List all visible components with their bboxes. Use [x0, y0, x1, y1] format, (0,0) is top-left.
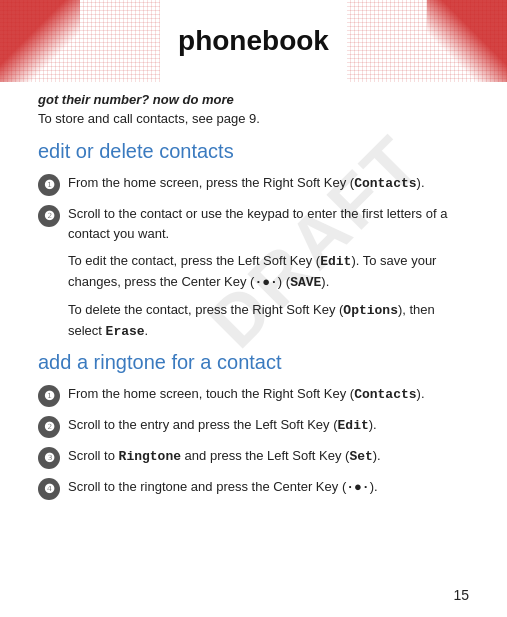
main-content: got their number? now do more To store a…: [0, 82, 507, 518]
section2-step4-text: Scroll to the ringtone and press the Cen…: [68, 477, 469, 498]
section2: add a ringtone for a contact ❶ From the …: [38, 351, 469, 500]
step-number-1: ❶: [38, 174, 60, 196]
tagline: got their number? now do more: [38, 92, 469, 107]
page-number: 15: [453, 587, 469, 603]
section1-sub1: To edit the contact, press the Left Soft…: [68, 251, 469, 292]
section1-step1-text: From the home screen, press the Right So…: [68, 173, 469, 194]
intro-text: To store and call contacts, see page 9.: [38, 111, 469, 126]
section2-step2-text: Scroll to the entry and press the Left S…: [68, 415, 469, 436]
step2-number-1: ❶: [38, 385, 60, 407]
page-header: phonebook: [0, 0, 507, 82]
section2-step3: ❸ Scroll to Ringtone and press the Left …: [38, 446, 469, 469]
section1-step2: ❷ Scroll to the contact or use the keypa…: [38, 204, 469, 243]
section2-step3-text: Scroll to Ringtone and press the Left So…: [68, 446, 469, 467]
section2-step4: ❹ Scroll to the ringtone and press the C…: [38, 477, 469, 500]
step-number-2: ❷: [38, 205, 60, 227]
section2-step2: ❷ Scroll to the entry and press the Left…: [38, 415, 469, 438]
section1-step2-text: Scroll to the contact or use the keypad …: [68, 204, 469, 243]
step2-number-2: ❷: [38, 416, 60, 438]
section1-sub2: To delete the contact, press the Right S…: [68, 300, 469, 341]
header-decoration-left: [0, 0, 160, 82]
section1-step1: ❶ From the home screen, press the Right …: [38, 173, 469, 196]
page-title: phonebook: [178, 25, 329, 57]
step2-number-4: ❹: [38, 478, 60, 500]
section1-heading: edit or delete contacts: [38, 140, 469, 163]
section2-step1: ❶ From the home screen, touch the Right …: [38, 384, 469, 407]
section2-heading: add a ringtone for a contact: [38, 351, 469, 374]
section2-step1-text: From the home screen, touch the Right So…: [68, 384, 469, 405]
header-decoration-right: [347, 0, 507, 82]
step2-number-3: ❸: [38, 447, 60, 469]
